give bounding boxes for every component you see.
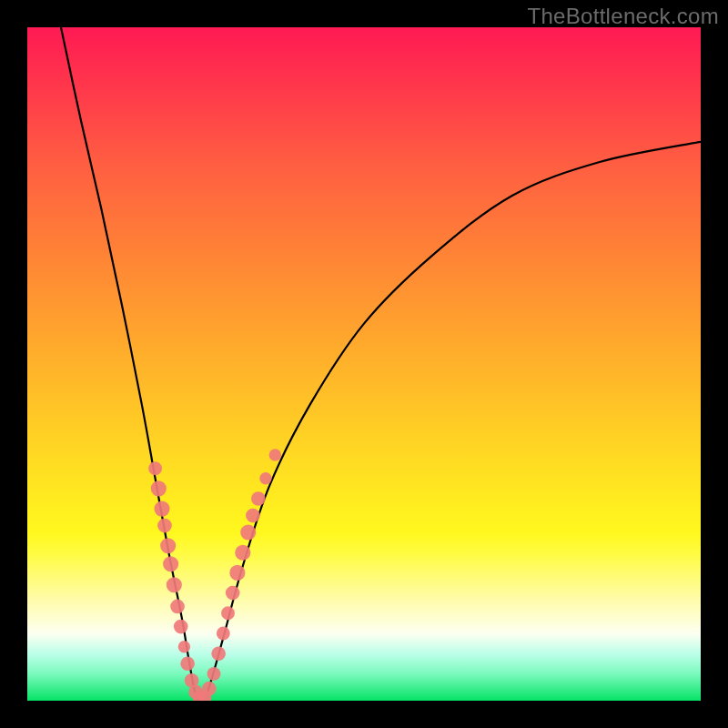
data-marker (229, 565, 245, 581)
data-marker (148, 461, 162, 475)
data-marker (251, 491, 266, 506)
plot-area (27, 27, 701, 701)
data-marker (163, 556, 178, 571)
data-marker (185, 673, 199, 688)
data-marker (167, 577, 182, 592)
data-marker (197, 690, 212, 701)
data-marker (207, 667, 221, 681)
bottleneck-curve-path (61, 27, 701, 701)
data-marker (157, 519, 172, 533)
data-marker (240, 524, 256, 540)
curve-svg (27, 27, 701, 701)
data-marker (193, 690, 207, 701)
data-marker (259, 472, 271, 484)
marker-group (148, 449, 281, 701)
data-marker (160, 538, 176, 553)
chart-frame: TheBottleneck.com (0, 0, 728, 728)
data-marker (154, 501, 169, 517)
data-marker (221, 606, 235, 620)
data-marker (211, 646, 226, 661)
data-marker (217, 627, 230, 641)
data-marker (202, 682, 217, 696)
data-marker (188, 685, 203, 700)
watermark-text: TheBottleneck.com (527, 4, 719, 29)
data-marker (178, 641, 190, 652)
data-marker (226, 586, 240, 601)
data-marker (180, 656, 195, 671)
data-marker (170, 600, 185, 614)
data-marker (246, 509, 260, 523)
data-marker (269, 449, 281, 460)
data-marker (151, 480, 167, 496)
data-marker (235, 545, 250, 561)
data-marker (174, 620, 188, 634)
